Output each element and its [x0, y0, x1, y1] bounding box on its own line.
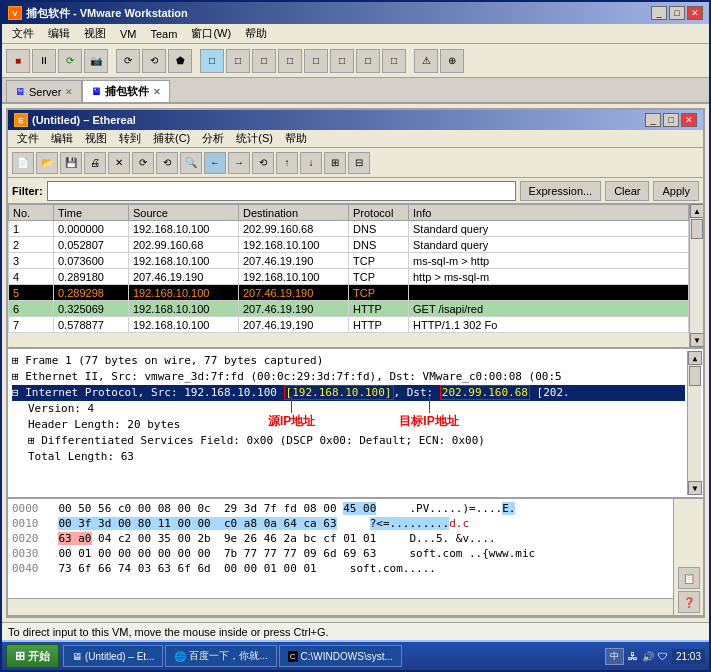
filter-input[interactable]: [47, 181, 516, 201]
tab-server[interactable]: 🖥 Server ✕: [6, 80, 82, 102]
table-row[interactable]: 7 0.578877 192.168.10.100 207.46.19.190 …: [9, 317, 689, 333]
eth-close-button[interactable]: ✕: [681, 113, 697, 127]
eth-tb12[interactable]: ↑: [276, 152, 298, 174]
eth-menu-view[interactable]: 视图: [80, 130, 112, 147]
eth-maximize-button[interactable]: □: [663, 113, 679, 127]
hex-line: 0040 73 6f 66 74 03 63 6f 6d 00 00 01 00…: [12, 561, 669, 576]
tb13[interactable]: ⚠: [414, 49, 438, 73]
table-row[interactable]: 6 0.325069 192.168.10.100 207.46.19.190 …: [9, 301, 689, 317]
eth-menu-statistics[interactable]: 统计(S): [231, 130, 278, 147]
detail-line: Total Length: 63: [12, 449, 685, 465]
clear-button[interactable]: Clear: [605, 181, 649, 201]
tb10[interactable]: □: [330, 49, 354, 73]
vmware-status-text: To direct input to this VM, move the mou…: [8, 626, 329, 638]
eth-tb6[interactable]: ⟳: [132, 152, 154, 174]
menu-windows[interactable]: 窗口(W): [185, 25, 237, 42]
eth-menu-capture[interactable]: 捕获(C): [148, 130, 195, 147]
table-row[interactable]: 5 0.289298 192.168.10.100 207.46.19.190 …: [9, 285, 689, 301]
taskbar-cmd-icon: C: [288, 651, 298, 662]
menu-vm[interactable]: VM: [114, 27, 143, 41]
hex-btn1[interactable]: 📋: [678, 567, 700, 589]
eth-tb11[interactable]: ⟲: [252, 152, 274, 174]
dst-ip-highlight: 202.99.160.68: [440, 385, 530, 400]
eth-tb9[interactable]: ←: [204, 152, 226, 174]
tb6[interactable]: □: [226, 49, 250, 73]
taskbar-item-ethereal[interactable]: 🖥 (Untitled) – Et...: [63, 645, 163, 667]
table-row[interactable]: 1 0.000000 192.168.10.100 202.99.160.68 …: [9, 221, 689, 237]
keyboard-icon: 中: [605, 648, 624, 665]
detail-scroll-thumb[interactable]: [689, 366, 701, 386]
tb9[interactable]: □: [304, 49, 328, 73]
table-row[interactable]: 2 0.052807 202.99.160.68 192.168.10.100 …: [9, 237, 689, 253]
detail-line: ⊞ Ethernet II, Src: vmware_3d:7f:fd (00:…: [12, 369, 685, 385]
eth-tb2[interactable]: 📂: [36, 152, 58, 174]
packet-table-container: No. Time Source Destination Protocol Inf…: [8, 204, 703, 349]
tb2[interactable]: ⟳: [116, 49, 140, 73]
eth-tb3[interactable]: 💾: [60, 152, 82, 174]
eth-tb4[interactable]: 🖨: [84, 152, 106, 174]
taskbar-item-cmd[interactable]: C C:\WINDOWS\syst...: [279, 645, 402, 667]
eth-menu-go[interactable]: 转到: [114, 130, 146, 147]
tb7[interactable]: □: [252, 49, 276, 73]
eth-menu-file[interactable]: 文件: [12, 130, 44, 147]
eth-tb13[interactable]: ↓: [300, 152, 322, 174]
scroll-up-button[interactable]: ▲: [690, 204, 703, 218]
detail-scroll-up[interactable]: ▲: [688, 351, 702, 365]
tb4[interactable]: ⬟: [168, 49, 192, 73]
detail-line-selected[interactable]: ⊟ Internet Protocol, Src: 192.168.10.100…: [12, 385, 685, 401]
scroll-thumb[interactable]: [691, 219, 703, 239]
eth-tb8[interactable]: 🔍: [180, 152, 202, 174]
hex-btn2[interactable]: ❓: [678, 591, 700, 613]
maximize-button[interactable]: □: [669, 6, 685, 20]
eth-tb7[interactable]: ⟲: [156, 152, 178, 174]
menu-edit[interactable]: 编辑: [42, 25, 76, 42]
tb3[interactable]: ⟲: [142, 49, 166, 73]
power-on-button[interactable]: ■: [6, 49, 30, 73]
taskbar-items: 🖥 (Untitled) – Et... 🌐 百度一下，你就... C C:\W…: [63, 645, 402, 667]
table-row[interactable]: 3 0.073600 192.168.10.100 207.46.19.190 …: [9, 253, 689, 269]
minimize-button[interactable]: _: [651, 6, 667, 20]
tb12[interactable]: □: [382, 49, 406, 73]
menu-file[interactable]: 文件: [6, 25, 40, 42]
system-tray: 中 🖧 🔊 🛡 21:03: [605, 648, 705, 665]
eth-minimize-button[interactable]: _: [645, 113, 661, 127]
detail-line: ⊞ Differentiated Services Field: 0x00 (D…: [12, 433, 685, 449]
ethereal-window: E (Untitled) – Ethereal _ □ ✕ 文件 编辑 视图 转…: [6, 108, 705, 618]
col-source: Source: [129, 205, 239, 221]
main-content: No. Time Source Destination Protocol Inf…: [8, 204, 703, 616]
eth-tb14[interactable]: ⊞: [324, 152, 346, 174]
server-tab-icon: 🖥: [15, 86, 25, 97]
eth-tb5[interactable]: ✕: [108, 152, 130, 174]
pause-button[interactable]: ⏸: [32, 49, 56, 73]
reset-button[interactable]: ⟳: [58, 49, 82, 73]
apply-button[interactable]: Apply: [653, 181, 699, 201]
eth-menu-analyze[interactable]: 分析: [197, 130, 229, 147]
tb11[interactable]: □: [356, 49, 380, 73]
eth-tb1[interactable]: 📄: [12, 152, 34, 174]
start-label: 开始: [28, 649, 50, 664]
capture-tab-close[interactable]: ✕: [153, 87, 161, 97]
menu-view[interactable]: 视图: [78, 25, 112, 42]
menu-help[interactable]: 帮助: [239, 25, 273, 42]
scroll-down-button[interactable]: ▼: [690, 333, 703, 347]
expression-button[interactable]: Expression...: [520, 181, 602, 201]
close-button[interactable]: ✕: [687, 6, 703, 20]
snapshot-button[interactable]: 📷: [84, 49, 108, 73]
eth-tb15[interactable]: ⊟: [348, 152, 370, 174]
detail-scrollbar[interactable]: ▲ ▼: [687, 351, 701, 495]
packet-table-scrollbar[interactable]: ▲ ▼: [689, 204, 703, 347]
taskbar-item-baidu[interactable]: 🌐 百度一下，你就...: [165, 645, 276, 667]
menu-team[interactable]: Team: [145, 27, 184, 41]
tb8[interactable]: □: [278, 49, 302, 73]
tb5[interactable]: □: [200, 49, 224, 73]
vmware-title-bar: V 捕包软件 - VMware Workstation _ □ ✕: [2, 2, 709, 24]
tb14[interactable]: ⊕: [440, 49, 464, 73]
server-tab-close[interactable]: ✕: [65, 87, 73, 97]
table-row[interactable]: 4 0.289180 207.46.19.190 192.168.10.100 …: [9, 269, 689, 285]
start-button[interactable]: ⊞ 开始: [6, 644, 59, 668]
tab-capture[interactable]: 🖥 捕包软件 ✕: [82, 80, 170, 102]
eth-menu-edit[interactable]: 编辑: [46, 130, 78, 147]
detail-scroll-down[interactable]: ▼: [688, 481, 702, 495]
eth-tb10[interactable]: →: [228, 152, 250, 174]
eth-menu-help[interactable]: 帮助: [280, 130, 312, 147]
